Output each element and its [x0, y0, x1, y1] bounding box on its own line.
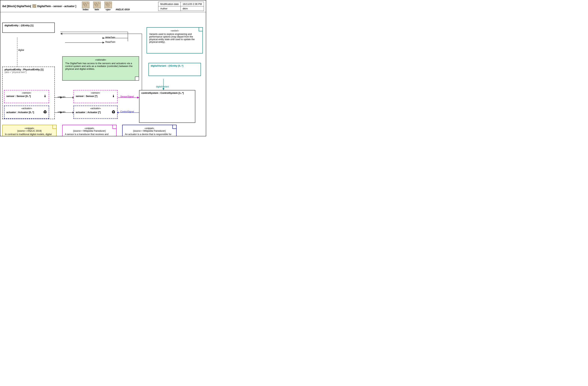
pa-icon-box — [105, 1, 112, 8]
digital-variant-label: digitalVariant — [156, 85, 169, 88]
rationale-box: «rationale» The DigitalTwin has access t… — [62, 56, 139, 81]
sensor-digital-stereotype: «sensor» — [76, 91, 115, 94]
snippet-magenta-text: A sensor is a transducer that receives a… — [65, 133, 114, 136]
header: ibd [Block] DigitalTwin[ DigitalTwin - s… — [0, 0, 206, 12]
svg-marker-28 — [137, 97, 139, 98]
diagram-type: ibd [Block] DigitalTwin[ — [2, 5, 31, 8]
pa-stereotype: «pa» — [105, 8, 111, 11]
snippet-yellow-stereotype: «snippet» — [5, 127, 54, 130]
digital-label: digital — [18, 49, 24, 51]
snippet-yellow-box: «snippet» {source = ANZLIC 2019} In cont… — [2, 125, 57, 136]
recycle-icon-digital: ♻ — [111, 110, 115, 114]
equal-actuator-label: «equal» — [58, 111, 66, 113]
physical-entity-title: physicalEntity : PhysicalEntity [1] — [4, 68, 52, 71]
control-signal-label: ControlSignal — [120, 110, 134, 113]
actuator-physical-box: «actuator» actuator : Actuator [0..*] ♻ — [4, 106, 49, 119]
sensor-physical-stereotype: «sensor» — [6, 91, 47, 94]
info-row-date: Modification date 16/11/20 2:36 PM — [158, 2, 204, 6]
header-icons: index twin «pa» ANZLIC-2019 — [82, 1, 130, 11]
icon-index[interactable]: index — [82, 1, 89, 11]
snippet-magenta-source: {source = Wikipedia:Transducer} — [65, 130, 114, 132]
diagram-name: DigitalTwin - sensor - actuator ] — [37, 5, 76, 8]
read-twin-label: ReadTwin — [105, 41, 115, 43]
info-key-author: Author — [158, 6, 181, 11]
index-icon-box — [82, 1, 89, 8]
anzlic-label: ANZLIC-2019 — [116, 8, 130, 11]
snippet-blue-stereotype: «snippet» — [125, 127, 174, 130]
info-row-author: Author dkim — [158, 6, 204, 11]
svg-marker-11 — [103, 37, 105, 39]
info-value-date: 16/11/20 2:36 PM — [181, 2, 204, 6]
svg-rect-8 — [107, 4, 109, 6]
write-twin-label: WriteTwin — [105, 36, 115, 39]
digital-entity-box: digitalEntity : @Entity [1] — [2, 23, 55, 33]
thermometer-icon-physical: 🌡 — [43, 94, 47, 98]
physical-entity-subtitle: {aka = "physical twin"} — [4, 71, 52, 73]
rationale-text: The DigitalTwin has access to the sensor… — [65, 62, 136, 70]
webel-text: Variants used to explore engineering and… — [149, 33, 200, 43]
snippet-blue-box: «snippet» {source = Wikipedia:Transducer… — [122, 125, 177, 136]
digital-variant-box: digitalVariant : @Entity [0..*] — [148, 63, 201, 76]
thermometer-icon-digital: 🌡 — [112, 94, 115, 98]
svg-rect-6 — [96, 4, 98, 6]
snippet-blue-source: {source = Wikipedia:Transducer} — [125, 130, 174, 132]
actuator-physical-stereotype: «actuator» — [6, 107, 47, 110]
svg-rect-2 — [34, 6, 35, 7]
sensor-digital-box: «sensor» sensor : Sensor [*] 🌡 — [73, 90, 118, 103]
diagram-area: digitalEntity : @Entity [1] digital phys… — [0, 12, 206, 136]
index-label: index — [83, 8, 88, 11]
sensor-physical-box: «sensor» sensor : Sensor [0..*] 🌡 — [4, 90, 49, 103]
small-box-icon — [32, 4, 36, 8]
sensor-digital-title: sensor : Sensor [*] — [76, 95, 98, 97]
diagram-title: ibd [Block] DigitalTwin[ DigitalTwin - s… — [2, 4, 76, 8]
rationale-stereotype: «rationale» — [65, 59, 136, 61]
actuator-digital-title: actuator : Actuator [*] — [76, 111, 101, 114]
svg-marker-14 — [103, 42, 105, 44]
actuator-digital-stereotype: «actuator» — [76, 107, 115, 110]
snippet-blue-text: An actuator is a device that is responsi… — [125, 133, 174, 136]
webel-box: «webel» Variants used to explore enginee… — [147, 27, 203, 53]
snippet-magenta-box: «snippet» {source = Wikipedia:Transducer… — [62, 125, 117, 136]
icon-pa[interactable]: «pa» — [105, 1, 112, 11]
icon-twin[interactable]: twin — [93, 1, 101, 11]
actuator-physical-title: actuator : Actuator [0..*] — [6, 111, 34, 114]
digital-entity-title: digitalEntity : @Entity [1] — [4, 24, 52, 27]
snippet-magenta-stereotype: «snippet» — [65, 127, 114, 130]
snippet-yellow-source: {source = ANZLIC 2019} — [5, 130, 54, 132]
svg-rect-4 — [84, 4, 87, 6]
info-value-author: dkim — [181, 6, 204, 11]
sensor-physical-title: sensor : Sensor [0..*] — [6, 95, 31, 97]
snippet-yellow-text: In contrast to traditional digital model… — [5, 133, 54, 136]
recycle-icon-physical: ♻ — [43, 110, 47, 114]
info-table: Modification date 16/11/20 2:36 PM Autho… — [158, 2, 204, 11]
svg-marker-32 — [163, 88, 164, 90]
control-system-box: controlSystem : ControlSystem [1..*] — [139, 90, 195, 123]
anzlic-label-container: ANZLIC-2019 — [116, 8, 130, 11]
equal-sensor-label: «equal» — [58, 96, 66, 98]
webel-stereotype: «webel» — [149, 29, 200, 32]
sensor-signal-label: SensorSignal — [120, 95, 134, 98]
twin-icon-box — [93, 1, 101, 8]
svg-marker-35 — [60, 33, 62, 35]
info-key-date: Modification date — [158, 2, 181, 6]
control-system-title: controlSystem : ControlSystem [1..*] — [141, 91, 193, 94]
digital-variant-title: digitalVariant : @Entity [0..*] — [151, 64, 199, 67]
twin-label: twin — [95, 8, 99, 11]
actuator-digital-box: «actuator» actuator : Actuator [*] ♻ — [73, 106, 118, 119]
